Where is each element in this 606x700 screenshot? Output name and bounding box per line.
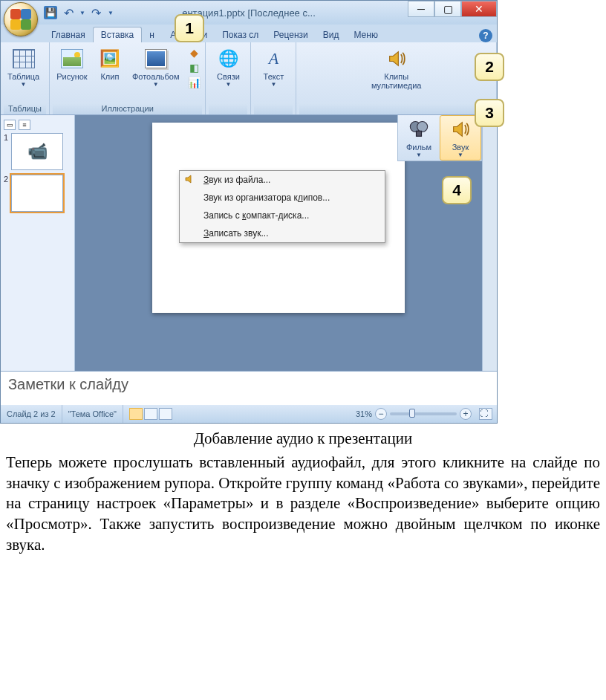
links-label: Связи	[217, 72, 240, 81]
speaker-icon	[385, 47, 408, 71]
media-clips-button[interactable]: Клипы мультимедиа	[364, 45, 429, 92]
table-icon	[12, 47, 36, 71]
zoom-fit-button[interactable]: ⛶	[479, 408, 492, 420]
photoalbum-label: Фотоальбом	[132, 72, 180, 81]
view-slideshow-button[interactable]	[159, 408, 172, 420]
chart-icon[interactable]: 📊	[187, 76, 201, 89]
notes-pane[interactable]: Заметки к слайду	[1, 371, 497, 405]
film-button[interactable]: Фильм ▼	[398, 115, 440, 161]
group-tables-label: Таблицы	[4, 103, 46, 114]
figure-caption: Добавление аудио к презентации	[0, 430, 606, 448]
menu-label-part: Звук из организатора к	[203, 192, 298, 203]
app-window: 1 2 3 4 💾 ↶ ▼ ↷ ▼ ентация1.pptx [Последн…	[0, 0, 498, 424]
chevron-down-icon: ▼	[21, 81, 27, 88]
ribbon-group-tables: Таблица ▼ Таблицы	[1, 42, 50, 114]
help-icon[interactable]: ?	[479, 29, 492, 42]
zoom-controls: 31% − + ⛶	[351, 408, 497, 420]
tab-menu[interactable]: Меню	[346, 27, 385, 42]
ribbon-group-links: 🌐 Связи ▼	[206, 42, 251, 114]
text-label: Текст	[264, 72, 284, 81]
table-label: Таблица	[7, 72, 39, 81]
office-button[interactable]	[4, 2, 38, 36]
menu-record-sound[interactable]: Записать звук...	[180, 224, 385, 242]
group-text-label	[254, 103, 293, 114]
workspace: ▭ ≡ 1 📹 2 Фильм ▼	[1, 115, 497, 371]
chevron-down-icon: ▼	[416, 152, 422, 158]
media-label: Клипы мультимедиа	[371, 72, 422, 90]
zoom-in-button[interactable]: +	[460, 408, 472, 420]
clipart-label: Клип	[100, 72, 119, 81]
zoom-slider[interactable]	[390, 412, 457, 415]
text-button[interactable]: A Текст ▼	[254, 45, 293, 90]
photoalbum-button[interactable]: Фотоальбом ▼	[128, 45, 183, 90]
menu-label-part: омпакт-диска...	[246, 210, 309, 221]
tab-design[interactable]: н	[142, 27, 163, 42]
chevron-down-icon: ▼	[270, 81, 276, 88]
tab-insert[interactable]: Вставка	[93, 27, 143, 42]
menu-label-part: л	[298, 192, 303, 203]
photoalbum-icon	[144, 47, 168, 71]
speaker-icon	[449, 117, 472, 141]
speaker-small-icon	[184, 173, 198, 187]
tab-slideshow[interactable]: Показ сл	[215, 27, 266, 42]
media-float-panel: Фильм ▼ Звук ▼	[397, 115, 482, 161]
text-icon: A	[261, 47, 285, 71]
menu-label-part: ипов...	[303, 192, 330, 203]
tab-home[interactable]: Главная	[44, 27, 93, 42]
ribbon-tabs: Главная Вставка н Анимаци Показ сл Рецен…	[44, 25, 497, 42]
table-button[interactable]: Таблица ▼	[4, 45, 43, 90]
callout-2: 2	[475, 53, 504, 81]
clipart-button[interactable]: 🖼️ Клип	[94, 45, 126, 83]
clipart-icon: 🖼️	[98, 47, 122, 71]
sound-label: Звук	[452, 143, 469, 152]
slide-thumb-2[interactable]	[11, 175, 63, 212]
ribbon-group-illustrations: Рисунок 🖼️ Клип Фотоальбом ▼ ◆ ◧ 📊 Иллюс…	[50, 42, 206, 114]
tab-view[interactable]: Вид	[316, 27, 347, 42]
ribbon: Таблица ▼ Таблицы Рисунок 🖼️ Клип Фотоал…	[1, 42, 497, 115]
view-normal-button[interactable]	[129, 408, 143, 420]
thumbnail-tab-outline[interactable]: ≡	[19, 120, 30, 130]
vertical-scrollbar[interactable]	[482, 115, 497, 371]
maximize-button[interactable]: ▢	[434, 1, 461, 17]
slide-editor[interactable]: Фильм ▼ Звук ▼ Звук из файла...	[75, 115, 482, 371]
status-theme: "Тема Office"	[62, 405, 123, 423]
callout-3: 3	[475, 99, 504, 127]
body-paragraph: Теперь можете прослушать вставленный ауд…	[0, 453, 606, 563]
menu-label-part: аписать звук...	[209, 228, 268, 239]
svg-rect-2	[417, 131, 422, 136]
smartart-icon[interactable]: ◧	[187, 61, 201, 74]
callout-4: 4	[442, 176, 472, 204]
menu-sound-from-organizer[interactable]: Звук из организатора клипов...	[180, 189, 385, 207]
close-button[interactable]: ✕	[461, 1, 497, 17]
thumb-number-2: 2	[4, 175, 8, 184]
chevron-down-icon: ▼	[153, 81, 159, 88]
picture-button[interactable]: Рисунок	[53, 45, 91, 83]
shapes-icon[interactable]: ◆	[187, 46, 201, 59]
slide-thumb-1[interactable]: 📹	[11, 133, 63, 170]
menu-play-cd-audio[interactable]: Запись с компакт-диска...	[180, 207, 385, 224]
group-media-label	[299, 103, 493, 114]
thumb-number-1: 1	[4, 133, 8, 142]
zoom-out-button[interactable]: −	[375, 408, 387, 420]
film-label: Фильм	[406, 143, 431, 152]
minimize-button[interactable]: ─	[408, 1, 434, 17]
hyperlink-icon: 🌐	[216, 47, 240, 71]
sound-dropdown-menu: Звук из файла... Звук из организатора кл…	[179, 170, 385, 243]
thumbnail-tab-slides[interactable]: ▭	[4, 120, 16, 130]
menu-sound-from-file[interactable]: Звук из файла...	[180, 171, 385, 189]
ribbon-group-media: Клипы мультимедиа	[296, 42, 497, 114]
links-button[interactable]: 🌐 Связи ▼	[209, 45, 247, 90]
group-links-label	[209, 103, 247, 114]
menu-label-part: Запись с	[203, 210, 242, 221]
status-slide-number: Слайд 2 из 2	[1, 405, 62, 423]
menu-label-part: вук из файла...	[209, 175, 270, 185]
chevron-down-icon: ▼	[225, 81, 231, 88]
thumbnail-pane: ▭ ≡ 1 📹 2	[1, 115, 75, 371]
picture-label: Рисунок	[56, 72, 88, 81]
tab-review[interactable]: Рецензи	[266, 27, 315, 42]
titlebar: 💾 ↶ ▼ ↷ ▼ ентация1.pptx [Последнее с... …	[1, 1, 497, 25]
chevron-down-icon: ▼	[457, 152, 463, 158]
film-icon	[407, 117, 431, 141]
ribbon-group-text: A Текст ▼	[251, 42, 296, 114]
view-sorter-button[interactable]	[144, 408, 157, 420]
